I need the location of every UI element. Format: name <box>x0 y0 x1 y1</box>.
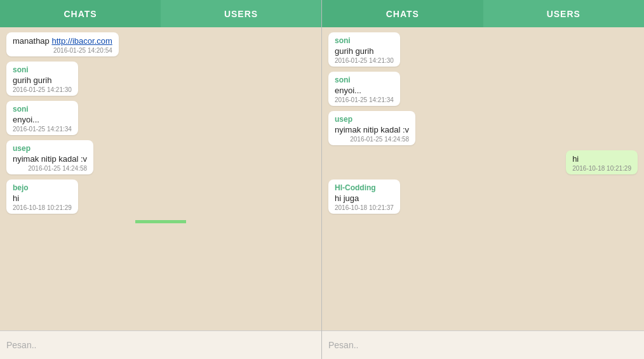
bubble-text: nyimak nitip kadal :v <box>13 154 87 164</box>
list-item: soni enyoi... 2016-01-25 14:21:34 <box>328 72 400 106</box>
bubble-link[interactable]: http://ibacor.com <box>51 36 112 46</box>
bubble-timestamp: 2016-01-25 14:21:30 <box>13 86 72 93</box>
right-tab-chats[interactable]: CHATS <box>322 0 483 27</box>
bubble-timestamp: 2016-10-18 10:21:29 <box>13 204 72 211</box>
bubble-sender: soni <box>13 65 72 74</box>
list-item: soni enyoi... 2016-01-25 14:21:34 <box>6 101 78 135</box>
bubble-text: enyoi... <box>13 115 72 124</box>
right-panel-header: CHATS USERS <box>322 0 644 27</box>
bubble-text: nyimak nitip kadal :v <box>335 125 409 134</box>
right-panel: CHATS USERS soni gurih gurih 2016-01-25 … <box>322 0 644 359</box>
bubble-sender: usep <box>13 144 87 153</box>
bubble-sender-inline: manathap <box>13 36 51 46</box>
right-input-area: Pesan.. <box>322 330 644 359</box>
left-tab-chats[interactable]: CHATS <box>0 0 161 27</box>
left-panel-header: CHATS USERS <box>0 0 321 27</box>
list-item: soni gurih gurih 2016-01-25 14:21:30 <box>6 62 78 96</box>
bubble-timestamp: 2016-01-25 14:21:30 <box>335 57 394 64</box>
left-message-input[interactable]: Pesan.. <box>6 340 36 350</box>
bubble-timestamp: 2016-01-25 14:24:58 <box>335 136 409 143</box>
list-item: manathap http://ibacor.com 2016-01-25 14… <box>6 32 119 56</box>
bubble-timestamp: 2016-01-25 14:21:34 <box>335 96 394 103</box>
right-tab-users[interactable]: USERS <box>483 0 645 27</box>
bubble-sender: soni <box>13 105 72 114</box>
right-chat-area: soni gurih gurih 2016-01-25 14:21:30 son… <box>322 27 644 330</box>
list-item: usep nyimak nitip kadal :v 2016-01-25 14… <box>6 140 93 174</box>
list-item: soni gurih gurih 2016-01-25 14:21:30 <box>328 32 400 67</box>
green-indicator <box>135 220 186 223</box>
bubble-text: hi <box>13 193 72 203</box>
right-message-input[interactable]: Pesan.. <box>328 340 358 350</box>
bubble-text: enyoi... <box>335 86 394 95</box>
bubble-sender: usep <box>335 115 409 124</box>
bubble-text: hi juga <box>335 193 394 203</box>
bubble-text: gurih gurih <box>13 75 72 85</box>
bubble-text: gurih gurih <box>335 46 394 56</box>
bubble-timestamp: 2016-01-25 14:24:58 <box>13 165 87 172</box>
bubble-text: hi <box>572 154 631 164</box>
bubble-sender: HI-Codding <box>335 183 394 192</box>
bubble-timestamp: 2016-10-18 10:21:29 <box>572 165 631 172</box>
list-item: hi 2016-10-18 10:21:29 <box>566 150 638 174</box>
left-tab-users[interactable]: USERS <box>161 0 321 27</box>
left-panel: CHATS USERS manathap http://ibacor.com 2… <box>0 0 322 359</box>
left-input-area: Pesan.. <box>0 330 321 359</box>
list-item: usep nyimak nitip kadal :v 2016-01-25 14… <box>328 111 415 145</box>
bubble-sender: bejo <box>13 183 72 192</box>
bubble-timestamp: 2016-01-25 14:20:54 <box>13 47 112 54</box>
list-item: bejo hi 2016-10-18 10:21:29 <box>6 180 78 214</box>
left-chat-area: manathap http://ibacor.com 2016-01-25 14… <box>0 27 321 330</box>
list-item: HI-Codding hi juga 2016-10-18 10:21:37 <box>328 180 400 214</box>
bubble-timestamp: 2016-10-18 10:21:37 <box>335 204 394 211</box>
bubble-sender: soni <box>335 75 394 84</box>
bubble-sender: soni <box>335 36 394 45</box>
bubble-timestamp: 2016-01-25 14:21:34 <box>13 126 72 133</box>
